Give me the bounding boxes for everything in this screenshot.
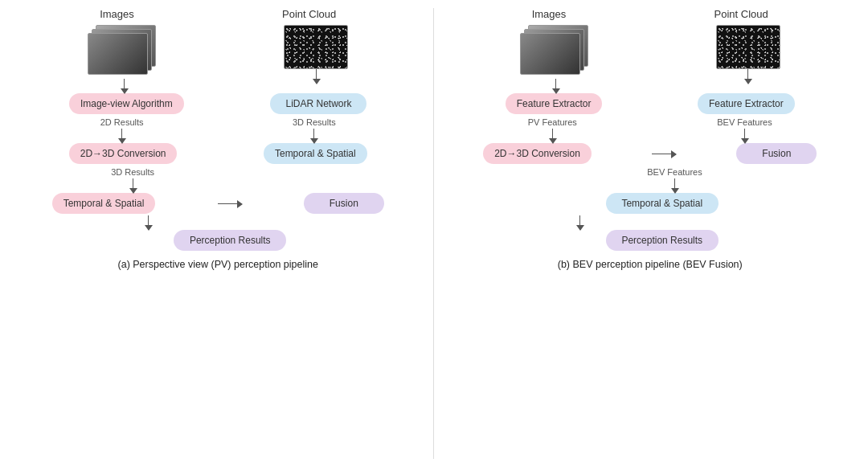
label-bev-features-2: BEV Features — [647, 167, 702, 177]
arrow-pv-features — [552, 129, 553, 143]
box-temporal-spatial-a: Temporal & Spatial — [52, 193, 156, 214]
header-images-a: Images — [100, 8, 134, 20]
box-feature-extractor-left: Feature Extractor — [506, 93, 603, 114]
divider — [433, 8, 434, 459]
diagrams-container: Images Point Cloud — [16, 8, 852, 459]
arrow-bev-features-1 — [744, 129, 745, 143]
pointcloud-thumbnail-b — [716, 25, 780, 69]
box-2d-3d-conv-b: 2D→3D Conversion — [483, 143, 592, 164]
box-fusion-a: Fusion — [304, 193, 384, 214]
box-2d-3d-conv-a: 2D→3D Conversion — [69, 143, 178, 164]
arrow-images-to-feat-b — [555, 79, 556, 93]
header-images-b: Images — [532, 8, 567, 20]
diagram-a: Images Point Cloud — [26, 8, 410, 270]
images-thumbnail-a — [88, 25, 160, 77]
arrow-images-to-algo-a — [124, 79, 125, 93]
arrow-conv-to-fusion-b — [652, 154, 676, 154]
images-thumbnail-b — [520, 25, 592, 77]
box-lidar-network: LiDAR Network — [270, 93, 366, 114]
pointcloud-thumbnail-a — [284, 25, 348, 69]
box-fusion-b: Fusion — [736, 143, 817, 164]
box-temporal-spatial-b: Temporal & Spatial — [606, 193, 719, 214]
arrow-fusion-to-results-a — [148, 215, 149, 230]
arrow-3d-results-2 — [133, 178, 133, 193]
box-image-view-algo: Image-view Algorithm — [69, 93, 184, 114]
caption-a: (a) Perspective view (PV) perception pip… — [118, 259, 318, 270]
label-2d-results: 2D Results — [100, 117, 144, 127]
header-pointcloud-b: Point Cloud — [714, 8, 768, 20]
box-temporal-spatial-lidar: Temporal & Spatial — [264, 143, 367, 164]
box-feature-extractor-right: Feature Extractor — [698, 93, 795, 114]
label-3d-results-2: 3D Results — [111, 167, 154, 177]
label-3d-results-1: 3D Results — [293, 117, 336, 127]
label-bev-features-1: BEV Features — [717, 117, 772, 127]
header-pointcloud-a: Point Cloud — [282, 8, 336, 20]
arrow-bev-features-2 — [674, 178, 675, 193]
arrow-pc-to-feat-b — [747, 69, 748, 84]
box-perception-results-a: Perception Results — [174, 230, 286, 251]
arrow-pc-to-lidar-a — [316, 69, 317, 84]
diagram-b: Images Point Cloud — [458, 8, 842, 270]
arrow-3d-results-1 — [313, 129, 314, 143]
arrow-temporal-to-results-b — [579, 215, 580, 230]
arrow-to-fusion-a — [218, 203, 242, 204]
arrow-2d-results — [121, 129, 122, 143]
caption-b: (b) BEV perception pipeline (BEV Fusion) — [558, 259, 743, 270]
box-perception-results-b: Perception Results — [606, 230, 719, 251]
label-pv-features: PV Features — [528, 117, 577, 127]
